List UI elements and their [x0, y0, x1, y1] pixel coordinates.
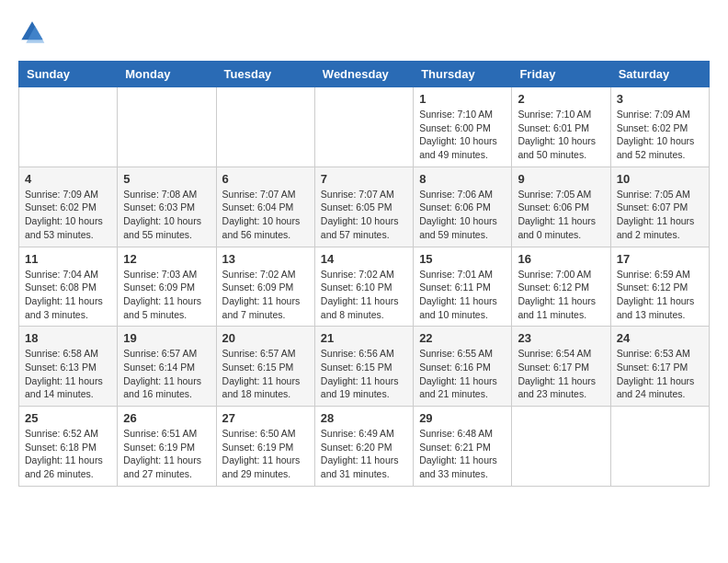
calendar-cell: 9Sunrise: 7:05 AM Sunset: 6:06 PM Daylig…	[512, 167, 610, 247]
calendar-cell	[512, 407, 610, 487]
week-row-5: 25Sunrise: 6:52 AM Sunset: 6:18 PM Dayli…	[19, 407, 710, 487]
day-info: Sunrise: 6:57 AM Sunset: 6:15 PM Dayligh…	[222, 347, 309, 401]
day-number: 5	[123, 172, 210, 186]
day-info: Sunrise: 6:58 AM Sunset: 6:13 PM Dayligh…	[25, 347, 111, 401]
calendar-cell: 18Sunrise: 6:58 AM Sunset: 6:13 PM Dayli…	[19, 327, 118, 407]
calendar-cell: 16Sunrise: 7:00 AM Sunset: 6:12 PM Dayli…	[512, 247, 610, 327]
day-info: Sunrise: 7:03 AM Sunset: 6:09 PM Dayligh…	[123, 268, 210, 322]
day-info: Sunrise: 6:49 AM Sunset: 6:20 PM Dayligh…	[321, 427, 407, 481]
calendar-cell	[19, 87, 118, 167]
day-info: Sunrise: 7:04 AM Sunset: 6:08 PM Dayligh…	[25, 268, 111, 322]
weekday-header-friday: Friday	[512, 62, 610, 87]
day-number: 27	[222, 411, 309, 425]
day-info: Sunrise: 7:10 AM Sunset: 6:00 PM Dayligh…	[419, 108, 506, 162]
day-number: 10	[617, 172, 703, 186]
week-row-3: 11Sunrise: 7:04 AM Sunset: 6:08 PM Dayli…	[19, 247, 710, 327]
calendar-cell: 17Sunrise: 6:59 AM Sunset: 6:12 PM Dayli…	[610, 247, 709, 327]
calendar-cell: 27Sunrise: 6:50 AM Sunset: 6:19 PM Dayli…	[216, 407, 314, 487]
weekday-header-row: SundayMondayTuesdayWednesdayThursdayFrid…	[19, 62, 710, 87]
calendar-cell: 29Sunrise: 6:48 AM Sunset: 6:21 PM Dayli…	[414, 407, 512, 487]
day-info: Sunrise: 6:56 AM Sunset: 6:15 PM Dayligh…	[321, 347, 407, 401]
calendar-cell	[610, 407, 709, 487]
day-number: 2	[518, 92, 604, 106]
calendar-cell: 3Sunrise: 7:09 AM Sunset: 6:02 PM Daylig…	[610, 87, 709, 167]
calendar-cell	[216, 87, 314, 167]
day-number: 4	[25, 172, 111, 186]
calendar-cell	[314, 87, 413, 167]
logo-icon	[18, 18, 46, 46]
calendar-cell: 12Sunrise: 7:03 AM Sunset: 6:09 PM Dayli…	[118, 247, 216, 327]
weekday-header-wednesday: Wednesday	[314, 62, 413, 87]
calendar-cell: 10Sunrise: 7:05 AM Sunset: 6:07 PM Dayli…	[610, 167, 709, 247]
day-number: 20	[222, 331, 309, 345]
day-number: 1	[419, 92, 506, 106]
day-number: 22	[419, 331, 506, 345]
day-number: 17	[617, 252, 703, 266]
day-number: 3	[617, 92, 703, 106]
day-number: 12	[123, 252, 210, 266]
day-number: 6	[222, 172, 309, 186]
day-number: 8	[419, 172, 506, 186]
day-info: Sunrise: 7:01 AM Sunset: 6:11 PM Dayligh…	[419, 268, 506, 322]
day-number: 21	[321, 331, 407, 345]
day-info: Sunrise: 6:52 AM Sunset: 6:18 PM Dayligh…	[25, 427, 111, 481]
calendar-cell: 7Sunrise: 7:07 AM Sunset: 6:05 PM Daylig…	[314, 167, 413, 247]
day-info: Sunrise: 6:59 AM Sunset: 6:12 PM Dayligh…	[617, 268, 703, 322]
day-number: 23	[518, 331, 604, 345]
week-row-1: 1Sunrise: 7:10 AM Sunset: 6:00 PM Daylig…	[19, 87, 710, 167]
day-info: Sunrise: 6:48 AM Sunset: 6:21 PM Dayligh…	[419, 427, 506, 481]
weekday-header-saturday: Saturday	[610, 62, 709, 87]
day-info: Sunrise: 7:09 AM Sunset: 6:02 PM Dayligh…	[617, 108, 703, 162]
day-info: Sunrise: 7:05 AM Sunset: 6:06 PM Dayligh…	[518, 188, 604, 242]
day-number: 14	[321, 252, 407, 266]
day-info: Sunrise: 7:02 AM Sunset: 6:10 PM Dayligh…	[321, 268, 407, 322]
day-info: Sunrise: 6:50 AM Sunset: 6:19 PM Dayligh…	[222, 427, 309, 481]
calendar-cell: 5Sunrise: 7:08 AM Sunset: 6:03 PM Daylig…	[118, 167, 216, 247]
calendar-cell: 8Sunrise: 7:06 AM Sunset: 6:06 PM Daylig…	[414, 167, 512, 247]
weekday-header-monday: Monday	[118, 62, 216, 87]
calendar-cell: 4Sunrise: 7:09 AM Sunset: 6:02 PM Daylig…	[19, 167, 118, 247]
day-info: Sunrise: 7:02 AM Sunset: 6:09 PM Dayligh…	[222, 268, 309, 322]
weekday-header-thursday: Thursday	[414, 62, 512, 87]
calendar-cell: 28Sunrise: 6:49 AM Sunset: 6:20 PM Dayli…	[314, 407, 413, 487]
calendar-cell	[118, 87, 216, 167]
day-number: 29	[419, 411, 506, 425]
calendar-cell: 23Sunrise: 6:54 AM Sunset: 6:17 PM Dayli…	[512, 327, 610, 407]
day-info: Sunrise: 7:06 AM Sunset: 6:06 PM Dayligh…	[419, 188, 506, 242]
day-number: 25	[25, 411, 111, 425]
calendar-cell: 20Sunrise: 6:57 AM Sunset: 6:15 PM Dayli…	[216, 327, 314, 407]
day-number: 26	[123, 411, 210, 425]
day-info: Sunrise: 7:05 AM Sunset: 6:07 PM Dayligh…	[617, 188, 703, 242]
calendar-cell: 22Sunrise: 6:55 AM Sunset: 6:16 PM Dayli…	[414, 327, 512, 407]
calendar-cell: 25Sunrise: 6:52 AM Sunset: 6:18 PM Dayli…	[19, 407, 118, 487]
day-info: Sunrise: 7:00 AM Sunset: 6:12 PM Dayligh…	[518, 268, 604, 322]
day-number: 16	[518, 252, 604, 266]
day-info: Sunrise: 7:09 AM Sunset: 6:02 PM Dayligh…	[25, 188, 111, 242]
calendar-cell: 24Sunrise: 6:53 AM Sunset: 6:17 PM Dayli…	[610, 327, 709, 407]
week-row-2: 4Sunrise: 7:09 AM Sunset: 6:02 PM Daylig…	[19, 167, 710, 247]
calendar-cell: 21Sunrise: 6:56 AM Sunset: 6:15 PM Dayli…	[314, 327, 413, 407]
calendar-table: SundayMondayTuesdayWednesdayThursdayFrid…	[18, 61, 710, 487]
day-number: 19	[123, 331, 210, 345]
calendar-cell: 19Sunrise: 6:57 AM Sunset: 6:14 PM Dayli…	[118, 327, 216, 407]
day-number: 15	[419, 252, 506, 266]
weekday-header-tuesday: Tuesday	[216, 62, 314, 87]
day-number: 9	[518, 172, 604, 186]
calendar-cell: 26Sunrise: 6:51 AM Sunset: 6:19 PM Dayli…	[118, 407, 216, 487]
day-number: 24	[617, 331, 703, 345]
week-row-4: 18Sunrise: 6:58 AM Sunset: 6:13 PM Dayli…	[19, 327, 710, 407]
logo	[18, 18, 50, 46]
day-info: Sunrise: 6:53 AM Sunset: 6:17 PM Dayligh…	[617, 347, 703, 401]
day-info: Sunrise: 6:57 AM Sunset: 6:14 PM Dayligh…	[123, 347, 210, 401]
calendar-cell: 13Sunrise: 7:02 AM Sunset: 6:09 PM Dayli…	[216, 247, 314, 327]
day-info: Sunrise: 6:51 AM Sunset: 6:19 PM Dayligh…	[123, 427, 210, 481]
day-number: 28	[321, 411, 407, 425]
calendar-cell: 15Sunrise: 7:01 AM Sunset: 6:11 PM Dayli…	[414, 247, 512, 327]
day-number: 7	[321, 172, 407, 186]
calendar-cell: 2Sunrise: 7:10 AM Sunset: 6:01 PM Daylig…	[512, 87, 610, 167]
day-info: Sunrise: 7:10 AM Sunset: 6:01 PM Dayligh…	[518, 108, 604, 162]
calendar-cell: 6Sunrise: 7:07 AM Sunset: 6:04 PM Daylig…	[216, 167, 314, 247]
day-info: Sunrise: 6:55 AM Sunset: 6:16 PM Dayligh…	[419, 347, 506, 401]
day-info: Sunrise: 7:07 AM Sunset: 6:04 PM Dayligh…	[222, 188, 309, 242]
day-number: 11	[25, 252, 111, 266]
